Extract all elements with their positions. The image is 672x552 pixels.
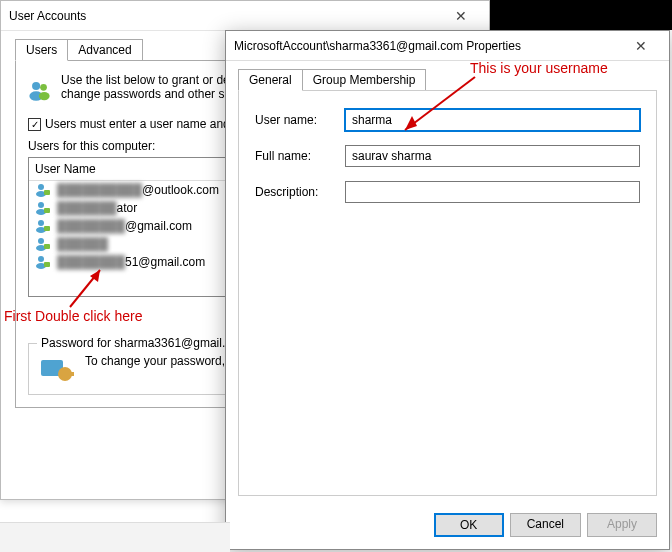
properties-dialog: MicrosoftAccount\sharma3361@gmail.com Pr… [225, 30, 670, 550]
svg-rect-18 [44, 262, 50, 267]
ok-button[interactable]: OK [434, 513, 504, 537]
description-label: Description: [255, 185, 345, 199]
tab-general[interactable]: General [238, 69, 303, 91]
window-title: User Accounts [9, 9, 441, 23]
svg-rect-15 [44, 244, 50, 249]
fullname-field[interactable]: saurav sharma [345, 145, 640, 167]
svg-point-7 [38, 202, 44, 208]
svg-point-16 [38, 256, 44, 262]
checkbox-icon[interactable]: ✓ [28, 118, 41, 131]
fullname-label: Full name: [255, 149, 345, 163]
svg-rect-12 [44, 226, 50, 231]
close-icon[interactable]: ✕ [621, 38, 661, 54]
tab-users[interactable]: Users [15, 39, 68, 61]
users-icon [28, 73, 51, 107]
user-icon [35, 255, 51, 269]
user-icon [35, 219, 51, 233]
svg-rect-21 [69, 372, 74, 376]
user-accounts-titlebar: User Accounts ✕ [1, 1, 489, 31]
svg-point-13 [38, 238, 44, 244]
front-tabbar: General Group Membership [226, 61, 669, 91]
password-group-label: Password for sharma3361@gmail.com [37, 336, 252, 350]
user-icon [35, 201, 51, 215]
dialog-button-row: OK Cancel Apply [226, 505, 669, 549]
window-title: MicrosoftAccount\sharma3361@gmail.com Pr… [234, 39, 621, 53]
properties-titlebar: MicrosoftAccount\sharma3361@gmail.com Pr… [226, 31, 669, 61]
svg-rect-6 [44, 190, 50, 195]
cancel-button[interactable]: Cancel [510, 513, 581, 537]
tab-advanced[interactable]: Advanced [67, 39, 142, 61]
apply-button[interactable]: Apply [587, 513, 657, 537]
username-label: User name: [255, 113, 345, 127]
tab-group-membership[interactable]: Group Membership [302, 69, 427, 91]
username-field[interactable]: sharma [345, 109, 640, 131]
user-icon [35, 237, 51, 251]
general-tab-panel: User name: sharma Full name: saurav shar… [238, 90, 657, 496]
close-icon[interactable]: ✕ [441, 8, 481, 24]
description-field[interactable] [345, 181, 640, 203]
bottom-strip [0, 522, 230, 552]
key-icon [39, 354, 75, 384]
user-icon [35, 183, 51, 197]
background-region [472, 0, 672, 30]
svg-point-3 [39, 92, 50, 100]
svg-point-4 [38, 184, 44, 190]
svg-point-10 [38, 220, 44, 226]
svg-point-2 [40, 84, 47, 91]
svg-point-0 [32, 82, 40, 90]
svg-rect-9 [44, 208, 50, 213]
